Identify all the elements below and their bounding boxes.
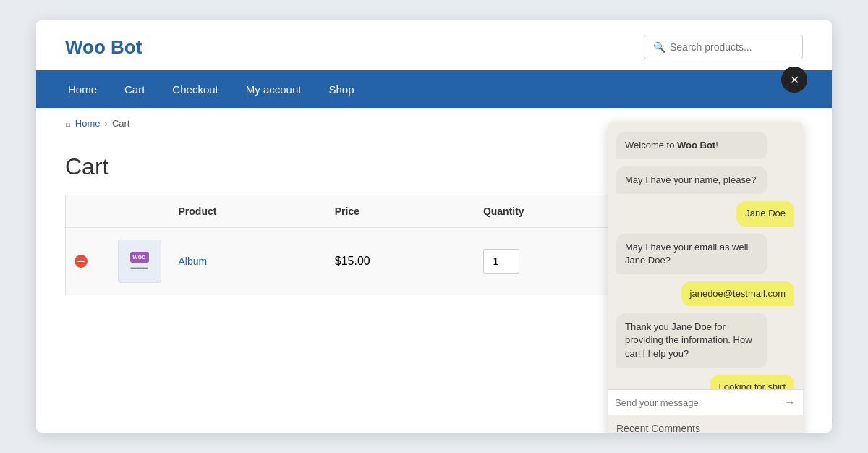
quantity-input[interactable]: [483, 249, 519, 274]
col-price: Price: [326, 195, 475, 228]
chat-messages: Welcome to Woo Bot! May I have your name…: [608, 122, 803, 389]
remove-item-button[interactable]: [75, 255, 88, 268]
site-logo: Woo Bot: [65, 36, 142, 59]
browser-window: Woo Bot 🔍 Home Cart Checkout My account …: [36, 20, 832, 433]
product-thumbnail: woo ▬▬▬: [118, 240, 161, 283]
home-icon: ⌂: [65, 118, 71, 129]
chat-message-ask-name: May I have your name, please?: [616, 166, 767, 194]
nav-item-myaccount[interactable]: My account: [243, 70, 305, 108]
col-remove: [66, 195, 109, 228]
chat-input-row: →: [608, 389, 803, 415]
woo-logo-mini: woo ▬▬▬: [130, 252, 149, 271]
price-cell: $15.00: [326, 228, 475, 295]
product-link[interactable]: Album: [179, 255, 208, 267]
chat-message-welcome: Welcome to Woo Bot!: [616, 132, 767, 159]
product-thumb-cell: woo ▬▬▬: [109, 228, 170, 295]
search-icon: 🔍: [653, 41, 665, 53]
search-input[interactable]: [670, 41, 793, 53]
chat-message-user-shirt: Looking for shirt: [710, 375, 795, 389]
nav-item-shop[interactable]: Shop: [326, 70, 357, 108]
site-header: Woo Bot 🔍: [36, 20, 832, 70]
product-name-cell: Album: [170, 228, 326, 295]
chat-widget-wrapper: Welcome to Woo Bot! May I have your name…: [791, 71, 817, 100]
chat-message-bot-thanks: Thank you Jane Doe for providing the inf…: [616, 313, 767, 368]
site-nav: Home Cart Checkout My account Shop: [36, 70, 832, 108]
chat-message-input[interactable]: [615, 397, 780, 408]
recent-comments-label: Recent Comments: [608, 415, 803, 433]
chat-send-button[interactable]: →: [784, 396, 796, 409]
nav-item-home[interactable]: Home: [65, 70, 100, 108]
col-product: Product: [170, 195, 326, 228]
search-bar[interactable]: 🔍: [644, 35, 803, 59]
chat-message-user-email: janedoe@testmail.com: [681, 281, 794, 306]
chat-message-user-name: Jane Doe: [736, 201, 794, 226]
nav-item-cart[interactable]: Cart: [122, 70, 148, 108]
product-price: $15.00: [335, 255, 370, 267]
chat-widget: Welcome to Woo Bot! May I have your name…: [608, 122, 803, 433]
breadcrumb-current: Cart: [112, 118, 130, 129]
chat-message-ask-email: May I have your email as well Jane Doe?: [616, 234, 767, 274]
nav-item-checkout[interactable]: Checkout: [169, 70, 221, 108]
breadcrumb-separator: ›: [105, 118, 108, 129]
chat-close-button[interactable]: ✕: [781, 67, 807, 93]
remove-cell: [66, 228, 109, 295]
col-thumb: [109, 195, 170, 228]
breadcrumb-home-link[interactable]: Home: [75, 118, 101, 129]
